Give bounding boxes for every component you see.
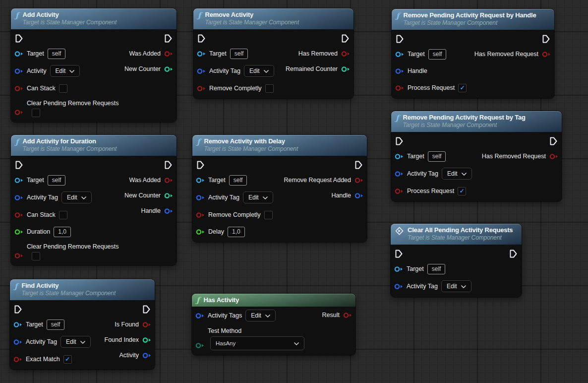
process-request-checkbox[interactable] (458, 84, 467, 92)
output-pin-result[interactable] (343, 312, 352, 319)
exec-out-pin[interactable] (510, 250, 517, 258)
node-clear-all-pending-activity-requests[interactable]: Clear All Pending Activity RequestsTarge… (391, 224, 522, 297)
exec-out-pin[interactable] (143, 305, 150, 314)
exec-out-pin[interactable] (165, 161, 172, 169)
input-pin-activity-tag[interactable] (196, 194, 205, 201)
output-pin-was-added[interactable] (164, 51, 173, 57)
exec-in-pin[interactable] (198, 34, 205, 43)
node-remove-pending-activity-request-by-handle[interactable]: ƒRemove Pending Activity Request by Hand… (392, 9, 554, 98)
target-value-textbox[interactable]: self (48, 49, 66, 59)
can-stack-checkbox[interactable] (59, 84, 67, 93)
node-add-activity-for-duration[interactable]: ƒAdd Activity for DurationTarget is Stat… (11, 135, 176, 265)
input-pin-target[interactable] (14, 51, 23, 57)
exec-in-pin[interactable] (396, 35, 404, 43)
activity-tags-dropdown[interactable]: Edit (245, 310, 276, 321)
exec-out-pin[interactable] (542, 35, 550, 43)
exec-out-pin[interactable] (342, 34, 349, 43)
node-find-activity[interactable]: ƒFind ActivityTarget is State Manager Co… (10, 279, 155, 370)
input-pin-process-request[interactable] (395, 188, 404, 194)
exec-in-pin[interactable] (395, 250, 403, 258)
exec-in-pin[interactable] (15, 161, 23, 169)
input-pin-activity-tag[interactable] (14, 194, 23, 201)
clear-pending-remove-requests-checkbox[interactable] (32, 252, 40, 260)
exec-in-pin[interactable] (197, 161, 204, 169)
input-pin-target[interactable] (196, 177, 205, 184)
activity-tag-dropdown[interactable]: Edit (244, 65, 274, 77)
output-pin-remove-request-added[interactable] (354, 177, 363, 184)
node-header[interactable]: ƒRemove Activity with DelayTarget is Sta… (192, 135, 367, 156)
input-pin-activity-tag[interactable] (197, 68, 206, 74)
input-pin-remove-completly[interactable] (196, 212, 205, 218)
activity-tag-dropdown[interactable]: Edit (243, 192, 273, 203)
input-pin-activity-tag[interactable] (395, 171, 404, 177)
output-pin-has-removed-request[interactable] (542, 51, 551, 58)
input-pin-activity-tag[interactable] (394, 283, 403, 290)
node-remove-activity[interactable]: ƒRemove ActivityTarget is State Manager … (193, 8, 353, 99)
exec-out-pin[interactable] (355, 161, 362, 169)
node-remove-activity-with-delay[interactable]: ƒRemove Activity with DelayTarget is Sta… (192, 135, 367, 242)
exec-in-pin[interactable] (396, 137, 403, 145)
input-pin-delay[interactable] (196, 229, 205, 235)
input-pin-remove-completly[interactable] (197, 85, 206, 92)
target-value-textbox[interactable]: self (427, 264, 446, 274)
node-add-activity[interactable]: ƒAdd ActivityTarget is State Manager Com… (11, 8, 176, 122)
input-pin-clear-pending-remove-requests[interactable] (14, 253, 23, 259)
target-value-textbox[interactable]: self (47, 319, 65, 330)
output-pin-activity[interactable] (142, 352, 151, 359)
exec-in-pin[interactable] (14, 305, 22, 314)
process-request-checkbox[interactable] (458, 187, 466, 195)
input-pin-target[interactable] (13, 321, 22, 328)
node-header[interactable]: ƒRemove Pending Activity Request by Hand… (392, 9, 554, 30)
exact-match-checkbox[interactable] (63, 355, 72, 364)
output-pin-is-found[interactable] (142, 321, 151, 328)
output-pin-new-counter[interactable] (164, 66, 173, 72)
activity-dropdown[interactable]: Edit (50, 65, 80, 77)
input-pin-can-stack[interactable] (14, 85, 23, 92)
input-pin-target[interactable] (395, 51, 404, 58)
input-pin-target[interactable] (395, 153, 404, 160)
input-pin-target[interactable] (14, 177, 23, 184)
input-pin-target[interactable] (197, 51, 206, 57)
input-pin-activity-tags[interactable] (195, 313, 204, 319)
input-pin-test-method[interactable] (195, 342, 204, 349)
output-pin-was-added[interactable] (164, 177, 173, 184)
target-value-textbox[interactable]: self (48, 175, 66, 186)
output-pin-handle[interactable] (164, 208, 173, 214)
node-header[interactable]: ƒFind ActivityTarget is State Manager Co… (10, 279, 155, 300)
delay-value-textbox[interactable]: 1,0 (228, 227, 245, 237)
target-value-textbox[interactable]: self (428, 151, 446, 162)
node-header[interactable]: ƒHas Activity (192, 294, 355, 307)
node-header[interactable]: ƒRemove Pending Activity Request by TagT… (391, 111, 562, 132)
exec-in-pin[interactable] (15, 34, 23, 43)
node-header[interactable]: ƒAdd ActivityTarget is State Manager Com… (11, 8, 176, 29)
activity-tag-dropdown[interactable]: Edit (61, 192, 92, 203)
blueprint-graph-canvas[interactable]: ƒAdd ActivityTarget is State Manager Com… (0, 0, 588, 383)
target-value-textbox[interactable]: self (428, 49, 447, 60)
output-pin-found-index[interactable] (142, 337, 151, 343)
node-header[interactable]: Clear All Pending Activity RequestsTarge… (391, 224, 522, 245)
node-header[interactable]: ƒAdd Activity for DurationTarget is Stat… (11, 135, 176, 156)
can-stack-checkbox[interactable] (59, 211, 67, 219)
target-value-textbox[interactable]: self (229, 175, 247, 186)
node-header[interactable]: ƒRemove ActivityTarget is State Manager … (193, 8, 353, 29)
input-pin-exact-match[interactable] (13, 356, 22, 363)
target-value-textbox[interactable]: self (230, 49, 248, 59)
test-method-dropdown[interactable]: HasAny (210, 336, 304, 350)
output-pin-remained-counter[interactable] (341, 66, 350, 72)
remove-completly-checkbox[interactable] (264, 211, 273, 219)
clear-pending-remove-requests-checkbox[interactable] (32, 109, 40, 117)
input-pin-handle[interactable] (395, 68, 404, 74)
output-pin-has-removed-request[interactable] (549, 153, 558, 160)
exec-out-pin[interactable] (550, 137, 557, 145)
activity-tag-dropdown[interactable]: Edit (442, 168, 472, 180)
input-pin-duration[interactable] (14, 229, 23, 235)
input-pin-target[interactable] (394, 266, 403, 272)
input-pin-process-request[interactable] (395, 85, 404, 91)
exec-out-pin[interactable] (165, 34, 172, 43)
input-pin-clear-pending-remove-requests[interactable] (14, 109, 23, 116)
node-has-activity[interactable]: ƒHas ActivityActivity TagsEditTest Metho… (192, 294, 355, 355)
output-pin-new-counter[interactable] (164, 192, 173, 199)
output-pin-handle[interactable] (354, 192, 363, 199)
activity-tag-dropdown[interactable]: Edit (60, 336, 91, 348)
activity-tag-dropdown[interactable]: Edit (441, 280, 471, 292)
